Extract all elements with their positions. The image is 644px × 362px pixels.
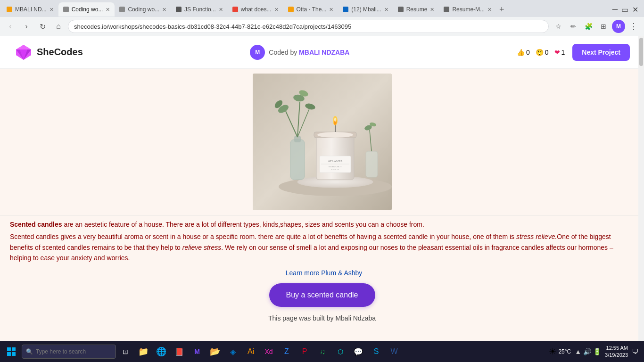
forward-button[interactable]: › (20, 20, 33, 33)
thumbs-up-icon: 👍 (517, 49, 525, 56)
tab-8-favicon (398, 7, 404, 12)
tab-1-favicon (7, 7, 12, 12)
taskbar-clock[interactable]: 12:55 AM 3/19/2023 (605, 345, 628, 359)
tab-5-close[interactable]: ✕ (274, 7, 279, 13)
tab-2[interactable]: Coding wo... ✕ (58, 2, 115, 16)
taskbar-app-word[interactable]: W (386, 343, 403, 360)
tab-7[interactable]: (12) Mbali... ✕ (338, 2, 393, 16)
file-explorer-icon: 📁 (138, 346, 149, 357)
taskbar-app-jetbrains[interactable]: ⬡ (332, 343, 349, 360)
tab-1-label: MBALI ND... (15, 6, 47, 13)
taskbar-app-acrobat[interactable]: 📕 (171, 343, 188, 360)
tab-4[interactable]: JS Functio... ✕ (171, 2, 228, 16)
bookmark-icon[interactable]: ☆ (552, 20, 565, 33)
taskbar-app-skype[interactable]: S (368, 343, 385, 360)
tab-1[interactable]: MBALI ND... ✕ (2, 2, 58, 16)
taskbar-search-input[interactable] (36, 348, 107, 355)
scrollbar[interactable] (638, 36, 644, 362)
tab-2-close[interactable]: ✕ (106, 7, 110, 13)
header-reactions: 👍 0 😲 0 ❤ 1 (517, 49, 565, 56)
taskbar-app-xd[interactable]: Xd (260, 343, 277, 360)
svg-point-20 (334, 118, 336, 122)
close-window-icon[interactable]: ✕ (632, 5, 638, 14)
header-avatar: M (250, 45, 265, 60)
notification-icon[interactable]: 🗨 (632, 348, 638, 355)
extensions-icon[interactable]: 🧩 (582, 20, 595, 33)
candle-image: ATLANTA BERGAMOT PEACH (253, 74, 392, 210)
volume-icon[interactable]: 🔊 (583, 348, 591, 355)
svg-text:BERGAMOT: BERGAMOT (328, 165, 341, 168)
tab-3-close[interactable]: ✕ (162, 7, 166, 13)
tab-9-favicon (444, 7, 449, 12)
home-button[interactable]: ⌂ (52, 20, 65, 33)
user-name-link[interactable]: MBALI NDZABA (299, 49, 349, 56)
coded-by-text: Coded by MBALI NDZABA (269, 49, 349, 56)
taskbar-app-spotify[interactable]: ♫ (314, 343, 331, 360)
pen-icon[interactable]: ✏ (567, 20, 580, 33)
spotify-icon: ♫ (320, 347, 325, 356)
tab-6-close[interactable]: ✕ (329, 7, 333, 13)
tab-5[interactable]: what does... ✕ (228, 2, 283, 16)
url-bar[interactable]: shecodes.io/workshops/shecodes-basics-db… (68, 20, 549, 33)
taskbar-search-bar[interactable]: 🔍 (22, 345, 116, 359)
sidebar-icon[interactable]: ⊞ (597, 20, 610, 33)
tab-3[interactable]: Coding wo... ✕ (115, 2, 171, 16)
menu-icon[interactable]: ⋮ (627, 20, 640, 33)
minimize-icon[interactable]: ─ (612, 5, 618, 14)
back-button[interactable]: ‹ (4, 20, 17, 33)
content-divider (0, 215, 644, 215)
explorer2-icon: 📂 (210, 346, 220, 357)
tab-1-close[interactable]: ✕ (50, 7, 54, 13)
word-icon: W (390, 347, 397, 356)
vscode-icon: ◈ (230, 347, 236, 356)
task-view-icon: ⊡ (123, 348, 128, 355)
new-tab-button[interactable]: + (496, 5, 507, 15)
network-icon[interactable]: ▲ (575, 348, 581, 355)
tab-9-close[interactable]: ✕ (487, 7, 492, 13)
wow-reaction[interactable]: 😲 0 (536, 49, 549, 56)
taskbar-time-display: 12:55 AM (605, 345, 628, 352)
tab-8-close[interactable]: ✕ (430, 7, 434, 13)
maximize-icon[interactable]: ▭ (621, 5, 628, 14)
taskbar-app-explorer[interactable]: 📁 (135, 343, 152, 360)
scrollbar-thumb[interactable] (639, 38, 643, 66)
tab-controls: ─ ▭ ✕ (612, 5, 642, 14)
main-content: SheCodes M Coded by MBALI NDZABA 👍 0 😲 0 (0, 36, 644, 362)
tab-7-close[interactable]: ✕ (384, 7, 388, 13)
taskbar-app-whatsapp[interactable]: 💬 (350, 343, 367, 360)
start-button[interactable] (2, 343, 21, 360)
battery-icon[interactable]: 🔋 (593, 348, 601, 355)
taskbar-search-icon: 🔍 (26, 348, 33, 355)
taskbar-app-chrome[interactable]: 🌐 (153, 343, 170, 360)
taskbar-app-zoom[interactable]: Z (278, 343, 295, 360)
taskbar-app-m[interactable]: M (189, 343, 206, 360)
wow-icon: 😲 (536, 49, 544, 56)
taskbar-app-taskview[interactable]: ⊡ (117, 343, 134, 360)
tab-8[interactable]: Resume ✕ (393, 2, 439, 16)
shecodes-logo-icon (14, 43, 33, 62)
tab-4-close[interactable]: ✕ (219, 7, 223, 13)
buy-scented-candle-button[interactable]: Buy a scented candle (269, 283, 375, 307)
taskbar-app-pinterest[interactable]: P (296, 343, 313, 360)
content-text-section: Scented candles are an aestetic feature … (6, 219, 638, 265)
tab-9[interactable]: Resume-M... ✕ (439, 2, 496, 16)
xd-icon: Xd (264, 348, 272, 355)
toolbar-icons: ☆ ✏ 🧩 ⊞ M ⋮ (552, 20, 640, 33)
windows-logo-icon (7, 347, 16, 356)
header-center: M Coded by MBALI NDZABA (83, 45, 517, 60)
refresh-button[interactable]: ↻ (36, 20, 49, 33)
paragraph2-italic2: relieve stress (182, 244, 221, 251)
tab-6-label: Otta - The... (297, 6, 327, 13)
url-text: shecodes.io/workshops/shecodes-basics-db… (74, 23, 543, 30)
taskbar-right: ☀ 25°C ▲ 🔊 🔋 12:55 AM 3/19/2023 🗨 (549, 345, 642, 359)
tab-6[interactable]: Otta - The... ✕ (283, 2, 339, 16)
profile-avatar[interactable]: M (612, 20, 625, 33)
thumbs-up-reaction[interactable]: 👍 0 (517, 49, 530, 56)
heart-count: 1 (561, 49, 565, 56)
taskbar-app-illustrator[interactable]: Ai (242, 343, 259, 360)
taskbar-app-explorer2[interactable]: 📂 (206, 343, 223, 360)
heart-reaction[interactable]: ❤ 1 (554, 49, 565, 56)
taskbar-app-vscode[interactable]: ◈ (224, 343, 241, 360)
next-project-button[interactable]: Next Project (572, 44, 630, 61)
learn-more-link[interactable]: Learn more Plum & Ashby (286, 269, 363, 277)
